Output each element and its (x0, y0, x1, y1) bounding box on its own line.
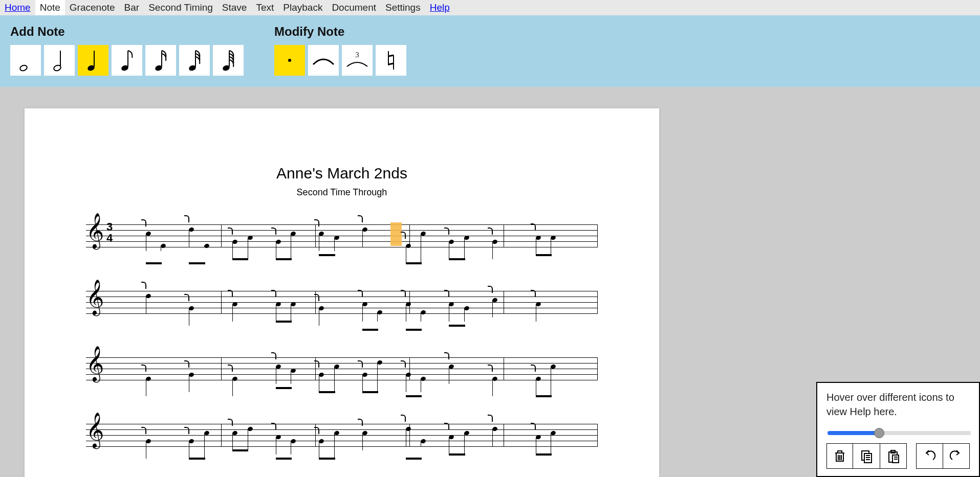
zoom-slider[interactable] (827, 431, 971, 435)
gracenote-icon[interactable] (444, 290, 449, 297)
gracenote-icon[interactable] (358, 290, 363, 297)
gracenote-icon[interactable] (531, 423, 536, 430)
gracenote-icon[interactable] (184, 427, 189, 434)
gracenote-icon[interactable] (358, 419, 363, 426)
gracenote-icon[interactable] (488, 286, 493, 293)
gracenote-icon[interactable] (228, 228, 233, 235)
barline[interactable] (597, 424, 598, 446)
barline[interactable] (221, 224, 222, 247)
barline[interactable] (221, 424, 222, 446)
gracenote-icon[interactable] (444, 228, 449, 235)
menu-document[interactable]: Document (327, 0, 381, 15)
score-subtitle[interactable]: Second Time Through (86, 187, 598, 198)
gracenote-icon[interactable] (228, 419, 233, 426)
stave-3[interactable]: 𝄞 (86, 351, 598, 397)
stave-4[interactable]: 𝄞 (86, 418, 598, 464)
gracenote-icon[interactable] (228, 365, 233, 372)
menu-home[interactable]: Home (0, 0, 35, 15)
menu-stave[interactable]: Stave (217, 0, 252, 15)
note-stem (449, 437, 449, 455)
barline[interactable] (597, 357, 598, 380)
gracenote-icon[interactable] (271, 290, 276, 297)
menu-text[interactable]: Text (251, 0, 278, 15)
menu-settings[interactable]: Settings (381, 0, 425, 15)
barline[interactable] (504, 357, 504, 380)
note-hemidemisemiquaver-button[interactable] (213, 45, 244, 76)
menu-note[interactable]: Note (35, 0, 65, 15)
delete-button[interactable] (826, 443, 853, 469)
gracenote-icon[interactable] (401, 232, 406, 239)
note-stem (536, 238, 536, 255)
barline[interactable] (504, 424, 504, 446)
gracenote-icon[interactable] (184, 215, 189, 222)
gracenote-icon[interactable] (141, 219, 146, 226)
gracenote-icon[interactable] (314, 360, 319, 368)
gracenote-icon[interactable] (314, 427, 319, 434)
stave-1[interactable]: 𝄞34 (86, 218, 598, 264)
note-stem (492, 379, 493, 396)
tie-button[interactable] (308, 45, 339, 76)
triplet-button[interactable]: 3 (342, 45, 373, 76)
barline[interactable] (597, 291, 598, 313)
gracenote-icon[interactable] (444, 423, 449, 430)
menu-second-timing[interactable]: Second Timing (144, 0, 217, 15)
barline[interactable] (504, 224, 504, 247)
barline[interactable] (504, 291, 504, 313)
note-quaver-button[interactable] (112, 45, 142, 76)
gracenote-icon[interactable] (141, 365, 146, 372)
score-page[interactable]: Anne's March 2nds Second Time Through 𝄞3… (25, 108, 659, 477)
gracenote-icon[interactable] (184, 294, 189, 301)
copy-icon (860, 449, 873, 463)
note-crotchet-button[interactable] (78, 45, 108, 76)
menu-help[interactable]: Help (425, 0, 454, 15)
gracenote-icon[interactable] (401, 360, 406, 368)
gracenote-icon[interactable] (141, 427, 146, 434)
undo-button[interactable] (916, 443, 943, 469)
paste-button[interactable] (880, 443, 907, 469)
gracenote-icon[interactable] (401, 290, 406, 297)
gracenote-icon[interactable] (488, 228, 493, 235)
gracenote-icon[interactable] (358, 360, 363, 368)
barline[interactable] (221, 357, 222, 380)
gracenote-icon[interactable] (531, 365, 536, 372)
gracenote-icon[interactable] (401, 415, 406, 422)
stave-2[interactable]: 𝄞 (86, 285, 598, 331)
barline[interactable] (597, 224, 598, 247)
note-stem (291, 304, 291, 322)
gracenote-icon[interactable] (358, 215, 363, 222)
note-semibreve-button[interactable] (10, 45, 41, 76)
add-note-heading: Add Note (10, 25, 244, 39)
menu-playback[interactable]: Playback (278, 0, 327, 15)
gracenote-icon[interactable] (531, 290, 536, 297)
note-stem (189, 441, 189, 459)
score-title[interactable]: Anne's March 2nds (86, 165, 598, 182)
ribbon-section-add-note: Add Note (10, 25, 244, 76)
note-stem (146, 234, 146, 251)
gracenote-icon[interactable] (488, 415, 493, 422)
note-stem (377, 312, 378, 322)
gracenote-icon[interactable] (184, 360, 189, 368)
gracenote-icon[interactable] (141, 282, 146, 289)
time-signature[interactable]: 34 (106, 221, 113, 244)
menu-gracenote[interactable]: Gracenote (65, 0, 120, 15)
gracenote-icon[interactable] (228, 290, 233, 297)
gracenote-icon[interactable] (314, 219, 319, 226)
note-demisemiquaver-button[interactable] (179, 45, 210, 76)
gracenote-icon[interactable] (488, 365, 493, 372)
copy-button[interactable] (853, 443, 880, 469)
gracenote-icon[interactable] (271, 228, 276, 235)
note-minim-button[interactable] (44, 45, 75, 76)
natural-button[interactable] (376, 45, 406, 76)
redo-button[interactable] (943, 443, 970, 469)
note-semiquaver-button[interactable] (145, 45, 176, 76)
barline[interactable] (315, 224, 316, 247)
gracenote-icon[interactable] (444, 352, 449, 359)
beam (406, 395, 422, 397)
gracenote-icon[interactable] (271, 423, 276, 430)
menu-bar[interactable]: Bar (120, 0, 144, 15)
dot-button[interactable] (274, 45, 305, 76)
gracenote-icon[interactable] (271, 352, 276, 359)
gracenote-icon[interactable] (314, 294, 319, 301)
barline[interactable] (221, 291, 222, 313)
gracenote-icon[interactable] (531, 223, 536, 231)
